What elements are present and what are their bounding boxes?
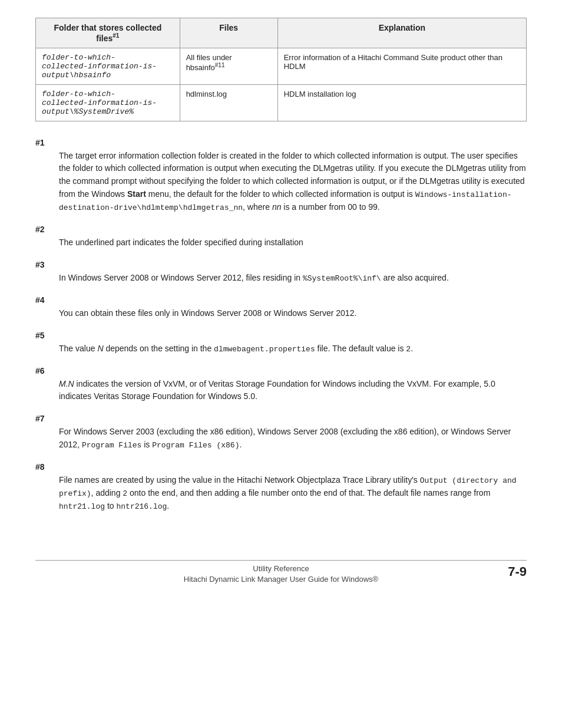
note-6-body: M.N indicates the version of VxVM, or of…	[59, 378, 527, 403]
note-3-label: #3	[35, 260, 527, 269]
table-row: folder-to-which-collected-information-is…	[36, 84, 527, 121]
note-4-label: #4	[35, 295, 527, 305]
note-2-label: #2	[35, 225, 527, 234]
code-2: 2	[406, 345, 411, 354]
explanation-cell-1: Error information of a Hitachi Command S…	[277, 48, 526, 84]
path-code-2: %SystemRoot%\inf\	[303, 274, 381, 283]
note-8: #8 File names are created by using the v…	[35, 462, 527, 513]
explanation-cell-2: HDLM installation log	[277, 84, 526, 121]
footer-product-name: Hitachi Dynamic Link Manager User Guide …	[35, 575, 527, 584]
notes-section: #1 The target error information collecti…	[35, 138, 527, 513]
col-header-files: Files	[180, 18, 277, 48]
note-3: #3 In Windows Server 2008 or Windows Ser…	[35, 260, 527, 285]
code-hntr216: hntr216.log	[116, 502, 167, 511]
note-6-label: #6	[35, 366, 527, 375]
note-7-label: #7	[35, 414, 527, 423]
files-cell-2: hdlminst.log	[180, 84, 277, 121]
col-header-explanation: Explanation	[277, 18, 526, 48]
code-output: Output (directory and prefix)	[59, 476, 517, 498]
note-5: #5 The value N depends on the setting in…	[35, 331, 527, 355]
code-hntr21: hntr21.log	[59, 502, 105, 511]
note-8-body: File names are created by using the valu…	[59, 474, 527, 513]
col-header-fn: #1	[113, 32, 119, 39]
note-1-label: #1	[35, 138, 527, 147]
code-programfiles-x86: Program Files (x86)	[152, 441, 239, 450]
note-2-body: The underlined part indicates the folder…	[59, 236, 527, 249]
folder-cell-2: folder-to-which-collected-information-is…	[36, 84, 180, 121]
note-6: #6 M.N indicates the version of VxVM, or…	[35, 366, 527, 403]
page-number: 7-9	[508, 564, 527, 579]
note-7-body: For Windows Server 2003 (excluding the x…	[59, 426, 527, 452]
files-cell-1: All files under hbsainfo#11	[180, 48, 277, 84]
table-row: folder-to-which-collected-information-is…	[36, 48, 527, 84]
main-table: Folder that stores collected files#1 Fil…	[35, 18, 527, 121]
italic-n: N	[97, 344, 103, 353]
note-7: #7 For Windows Server 2003 (excluding th…	[35, 414, 527, 452]
note-2: #2 The underlined part indicates the fol…	[35, 225, 527, 249]
note-4-body: You can obtain these files only in Windo…	[59, 307, 527, 320]
bold-start: Start	[127, 189, 146, 199]
note-5-label: #5	[35, 331, 527, 340]
note-3-body: In Windows Server 2008 or Windows Server…	[59, 272, 527, 285]
code-2b: 2	[123, 489, 127, 498]
col-header-folder: Folder that stores collected files#1	[36, 18, 180, 48]
note-5-body: The value N depends on the setting in th…	[59, 342, 527, 355]
code-programfiles: Program Files	[82, 441, 141, 450]
note-8-label: #8	[35, 462, 527, 472]
italic-mn: M.N	[59, 379, 74, 388]
italic-nn: nn	[272, 202, 282, 212]
note-1-body: The target error information collection …	[59, 150, 527, 214]
footer: Utility Reference Hitachi Dynamic Link M…	[35, 560, 527, 584]
note-4: #4 You can obtain these files only in Wi…	[35, 295, 527, 320]
footer-utility-ref: Utility Reference	[35, 564, 527, 573]
note-1: #1 The target error information collecti…	[35, 138, 527, 214]
hbsainfo-sup: #11	[215, 62, 225, 68]
code-dlmwebagent: dlmwebagent.properties	[214, 345, 315, 354]
folder-cell-1: folder-to-which-collected-information-is…	[36, 48, 180, 84]
